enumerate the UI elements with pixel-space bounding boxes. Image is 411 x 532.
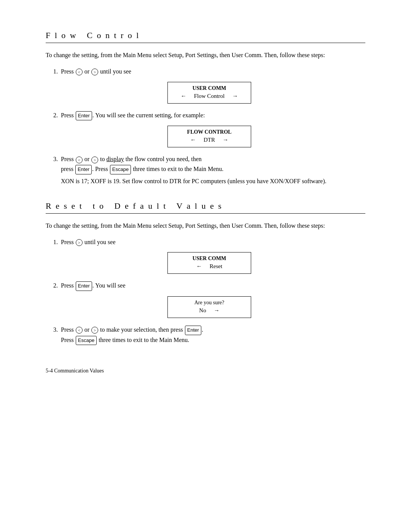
escape-key-r3: Escape	[76, 336, 97, 345]
reset-intro: To change the setting, from the Main Men…	[46, 221, 365, 230]
display-top-label-2: FLOW CONTROL	[174, 129, 245, 135]
display-top-label: USER COMM	[174, 85, 245, 91]
display-top-label-r2: Are you sure?	[174, 300, 245, 306]
display-bottom-text-r2: No	[199, 307, 206, 314]
step-1-flow: 1. Press < or > until you see USER COMM …	[53, 67, 365, 104]
display-bottom-row-2: ← DTR →	[174, 137, 245, 143]
step-1-reset: 1. Press > until you see USER COMM ← Res…	[53, 237, 365, 274]
step-2-flow-text: 2. Press Enter. You will see the current…	[53, 110, 365, 121]
enter-key-r3: Enter	[185, 326, 201, 335]
display-right-arrow-icon-2: →	[223, 137, 228, 143]
display-bottom-row: ← Flow Control →	[174, 93, 245, 99]
flow-control-intro: To change the setting, from the Main Men…	[46, 51, 365, 60]
enter-key-r2: Enter	[76, 281, 92, 291]
left-arrow-icon-3: <	[76, 157, 83, 163]
display-bottom-text-r1: Reset	[210, 263, 222, 270]
right-arrow-icon-3: >	[91, 157, 98, 163]
user-comm-flow-control-display: USER COMM ← Flow Control →	[167, 82, 251, 104]
step-3-flow-text: 3. Press < or > to display the flow cont…	[53, 154, 365, 174]
display-bottom-row-r1: ← Reset	[174, 263, 245, 270]
step-3-reset: 3. Press < or > to make your selection, …	[53, 325, 365, 345]
user-comm-reset-display: USER COMM ← Reset	[167, 252, 251, 274]
display-left-arrow-icon: ←	[181, 93, 186, 99]
flow-control-dtr-display: FLOW CONTROL ← DTR →	[167, 126, 251, 147]
step-2-flow: 2. Press Enter. You will see the current…	[53, 110, 365, 148]
step-3-reset-text: 3. Press < or > to make your selection, …	[53, 325, 365, 345]
right-arrow-icon-r3: >	[91, 327, 98, 334]
step-2-reset: 2. Press Enter. You will see Are you sur…	[53, 281, 365, 318]
page-footer: 5-4 Communication Values	[46, 368, 365, 374]
step-1-flow-text: 1. Press < or > until you see	[53, 67, 365, 77]
display-bottom-text-2: DTR	[204, 137, 215, 143]
display-right-arrow-icon-r2: →	[214, 307, 220, 314]
display-underline: display	[107, 156, 124, 162]
enter-key-3: Enter	[75, 165, 92, 174]
display-left-arrow-icon-r1: ←	[196, 263, 202, 270]
display-right-arrow-icon: →	[232, 93, 238, 99]
left-arrow-icon-r3: <	[76, 327, 83, 334]
display-bottom-row-r2: No →	[174, 307, 245, 314]
display-top-label-r1: USER COMM	[174, 256, 245, 262]
display-bottom-text: Flow Control	[194, 93, 225, 99]
escape-key-3: Escape	[110, 165, 131, 174]
display-left-arrow-icon-2: ←	[190, 137, 196, 143]
reset-title: R e s e t t o D e f a u l t V a l u e s	[46, 201, 365, 214]
step-2-reset-text: 2. Press Enter. You will see	[53, 281, 365, 291]
flow-control-title: F l o w C o n t r o l	[46, 30, 365, 43]
footer-text: 5-4 Communication Values	[46, 368, 104, 374]
step-1-reset-text: 1. Press > until you see	[53, 237, 365, 247]
right-arrow-icon: >	[91, 69, 98, 75]
left-arrow-icon: <	[76, 69, 83, 75]
right-arrow-icon-r1: >	[76, 239, 83, 246]
step-3-flow: 3. Press < or > to display the flow cont…	[53, 154, 365, 185]
reset-section: R e s e t t o D e f a u l t V a l u e s …	[46, 201, 365, 345]
step-3-note: XON is 17; XOFF is 19. Set flow control …	[61, 177, 365, 186]
enter-key: Enter	[76, 111, 92, 121]
flow-control-section: F l o w C o n t r o l To change the sett…	[46, 30, 365, 186]
are-you-sure-display: Are you sure? No →	[167, 296, 251, 318]
